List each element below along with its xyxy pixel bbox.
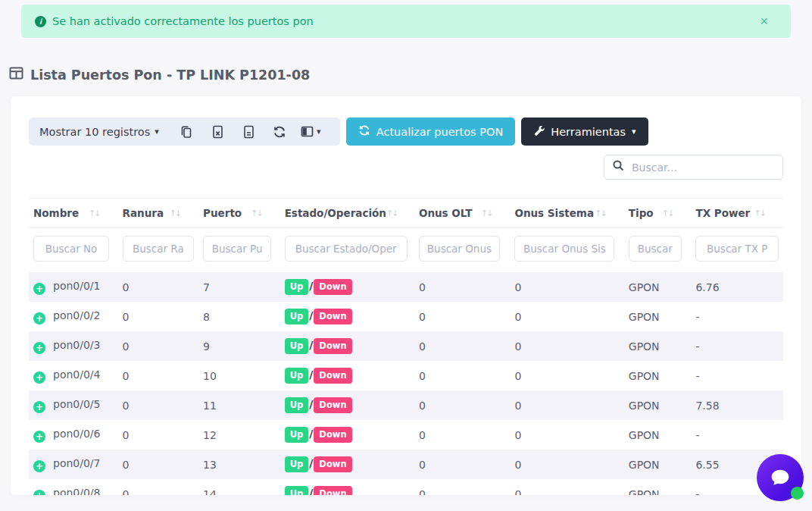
sort-icon[interactable]: ↑↓ (595, 208, 605, 218)
refresh-pon-ports-button[interactable]: Actualizar puertos PON (346, 118, 516, 146)
alert-close-icon[interactable]: × (760, 14, 777, 28)
alert-message: Se han activado correctamente los puerto… (52, 15, 314, 27)
expand-row-icon[interactable]: + (33, 460, 45, 472)
refresh-icon (358, 124, 370, 139)
port-name: pon0/0/4 (53, 368, 100, 381)
column-filter-input[interactable] (203, 236, 271, 262)
estado-operacion-cell: Up/Down (280, 420, 414, 450)
expand-row-icon[interactable]: + (33, 490, 45, 496)
status-down-badge: Down (314, 309, 351, 324)
column-header[interactable]: Puerto↑↓ (198, 199, 280, 228)
column-filter-input[interactable] (33, 236, 109, 262)
sort-icon[interactable]: ↑↓ (89, 208, 99, 218)
expand-row-icon[interactable]: + (33, 342, 45, 354)
column-header-inner: Estado/Operación↑↓ (285, 207, 410, 219)
column-filter-input[interactable] (514, 236, 614, 262)
column-filter-input[interactable] (629, 236, 682, 262)
column-header[interactable]: Onus Sistema↑↓ (510, 199, 623, 228)
column-filter-input[interactable] (419, 236, 500, 262)
sort-icon[interactable]: ↑↓ (251, 208, 261, 218)
onus-sistema-cell: 0 (510, 390, 623, 420)
tx-power-cell: - (691, 420, 783, 450)
onus-olt-cell: 0 (414, 302, 510, 331)
port-name: pon0/0/8 (53, 487, 100, 496)
puerto-cell: 14 (198, 479, 280, 495)
chat-bubble-icon (769, 466, 792, 490)
chevron-down-icon: ▾ (155, 127, 159, 136)
expand-row-icon[interactable]: + (33, 283, 45, 295)
filter-cell (118, 228, 199, 273)
name-cell: +pon0/0/2 (29, 302, 118, 331)
puerto-cell: 12 (198, 420, 280, 450)
onus-sistema-cell: 0 (510, 450, 623, 479)
excel-export-icon[interactable] (202, 118, 233, 146)
sort-icon[interactable]: ↑↓ (170, 208, 180, 218)
expand-row-icon[interactable]: + (33, 371, 45, 384)
filter-cell (414, 228, 510, 273)
column-filter-input[interactable] (123, 236, 195, 262)
column-header-inner: TX Power↑↓ (695, 207, 779, 219)
sort-icon[interactable]: ↑↓ (662, 208, 673, 218)
expand-row-icon[interactable]: + (33, 312, 45, 324)
ranura-cell: 0 (118, 361, 199, 390)
column-header[interactable]: Nombre↑↓ (29, 199, 118, 228)
column-filter-input[interactable] (285, 236, 408, 262)
tipo-cell: GPON (624, 331, 692, 361)
onus-sistema-cell: 0 (510, 361, 623, 390)
column-header-inner: Puerto↑↓ (203, 207, 276, 219)
column-label: Onus Sistema (514, 207, 594, 219)
column-header[interactable]: Tipo↑↓ (624, 199, 692, 228)
onus-olt-cell: 0 (414, 450, 510, 479)
sort-icon[interactable]: ↑↓ (754, 208, 765, 218)
expand-row-icon[interactable]: + (33, 431, 45, 443)
filter-cell (29, 228, 118, 273)
ranura-cell: 0 (118, 450, 199, 479)
info-icon: i (35, 16, 46, 27)
onus-olt-cell: 0 (414, 331, 510, 361)
status-up-badge: Up (285, 486, 309, 495)
status-down-badge: Down (314, 279, 351, 295)
sort-icon[interactable]: ↑↓ (386, 208, 397, 218)
onus-sistema-cell: 0 (510, 302, 623, 331)
ranura-cell: 0 (118, 302, 199, 331)
tx-power-cell: - (691, 361, 783, 390)
column-header[interactable]: Onus OLT↑↓ (414, 199, 510, 228)
tx-power-cell: - (691, 331, 783, 361)
column-header[interactable]: Estado/Operación↑↓ (280, 199, 414, 228)
copy-icon[interactable] (171, 118, 202, 146)
badge-separator: / (309, 280, 313, 292)
page-length-dropdown[interactable]: Mostrar 10 registros▾ (39, 126, 171, 138)
estado-operacion-cell: Up/Down (280, 272, 414, 302)
column-filter-input[interactable] (695, 236, 779, 262)
search-input[interactable] (632, 161, 775, 174)
status-up-badge: Up (285, 456, 309, 472)
reload-icon[interactable] (264, 118, 295, 146)
expand-row-icon[interactable]: + (33, 401, 45, 413)
file-export-icon[interactable] (233, 118, 264, 146)
tipo-cell: GPON (624, 272, 692, 302)
estado-operacion-cell: Up/Down (280, 450, 414, 479)
table-row: +pon0/0/6012Up/Down00GPON- (29, 420, 783, 450)
column-header[interactable]: Ranura↑↓ (118, 199, 199, 228)
sort-icon[interactable]: ↑↓ (481, 208, 492, 218)
badge-separator: / (309, 487, 313, 495)
column-visibility-icon[interactable]: ▾ (295, 118, 326, 146)
status-up-badge: Up (285, 309, 309, 324)
column-label: Onus OLT (419, 207, 473, 219)
tools-dropdown-button[interactable]: Herramientas ▾ (521, 118, 648, 146)
tipo-cell: GPON (624, 390, 692, 420)
estado-operacion-cell: Up/Down (280, 390, 414, 420)
column-header[interactable]: TX Power↑↓ (691, 199, 783, 228)
status-down-badge: Down (314, 456, 351, 472)
ranura-cell: 0 (118, 479, 199, 495)
status-down-badge: Down (314, 486, 351, 495)
tx-power-cell: - (691, 302, 783, 331)
column-header-inner: Onus OLT↑↓ (419, 207, 505, 219)
puerto-cell: 11 (198, 390, 280, 420)
column-label: Puerto (203, 207, 242, 219)
online-status-dot (791, 487, 804, 500)
ranura-cell: 0 (118, 272, 199, 302)
status-down-badge: Down (314, 427, 351, 443)
chat-widget-button[interactable] (757, 454, 804, 501)
name-cell: +pon0/0/4 (29, 361, 118, 390)
